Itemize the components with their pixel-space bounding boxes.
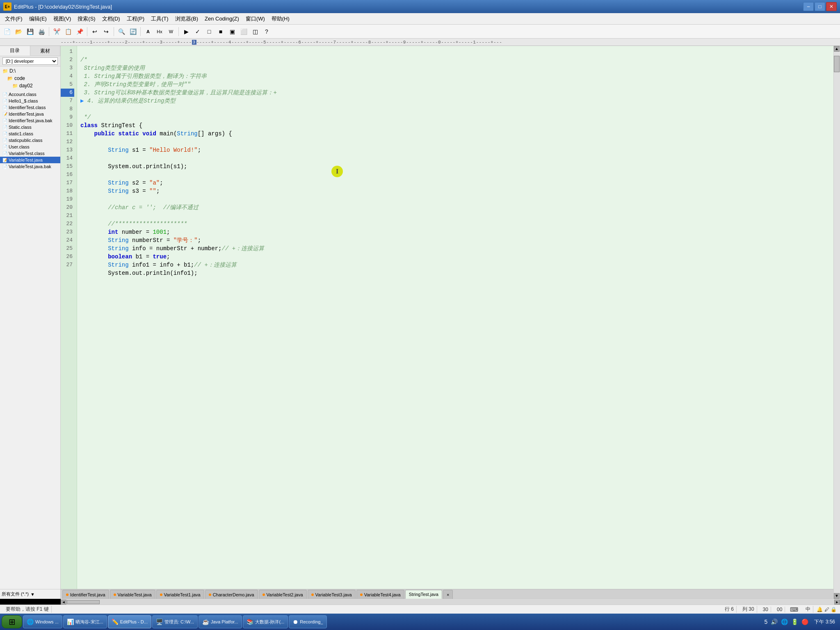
box2-btn[interactable]: ■ — [215, 26, 226, 37]
file-item[interactable]: 📄IdentifierTest.class — [0, 104, 60, 111]
cut-button[interactable]: ✂️ — [51, 26, 62, 37]
find-replace-button[interactable]: 🔄 — [128, 26, 138, 37]
scroll-up-button[interactable]: ▲ — [834, 46, 840, 52]
taskbar-recording-label: Recording_ — [300, 619, 323, 624]
tab-variabletest3[interactable]: VariableTest3.java — [308, 590, 356, 599]
format-btn2[interactable]: Hx — [154, 26, 165, 37]
tab-variabletest2[interactable]: VariableTest2.java — [259, 590, 307, 599]
tree-item-day02[interactable]: 📁 day02 — [1, 82, 59, 89]
file-item[interactable]: 📄VariableTest.class — [0, 150, 60, 157]
file-item[interactable]: 📄static1.class — [0, 130, 60, 137]
format-btn3[interactable]: W — [166, 26, 176, 37]
menu-window[interactable]: 窗口(W) — [242, 14, 268, 24]
menu-edit[interactable]: 编辑(E) — [26, 14, 50, 24]
scroll-left-button[interactable]: ◄ — [61, 600, 66, 605]
horizontal-scrollbar[interactable]: ◄ ► — [61, 599, 840, 605]
file-item[interactable]: 📄Hello1_$.class — [0, 98, 60, 104]
taskbar-bigdata[interactable]: 📚 大数据-孙洋(... — [243, 615, 288, 628]
new-button[interactable]: 📄 — [2, 26, 12, 37]
find-button[interactable]: 🔍 — [116, 26, 127, 37]
box5-btn[interactable]: ◫ — [250, 26, 260, 37]
tab-close[interactable]: × — [443, 590, 453, 599]
undo-button[interactable]: ↩ — [89, 26, 100, 37]
close-button[interactable]: ✕ — [826, 2, 837, 11]
help-toolbar-btn[interactable]: ? — [261, 26, 272, 37]
redo-button[interactable]: ↪ — [101, 26, 112, 37]
box-btn[interactable]: □ — [204, 26, 215, 37]
sidebar-tab-directory[interactable]: 目录 — [0, 46, 30, 56]
filter-dropdown-icon[interactable]: ▼ — [30, 592, 35, 597]
maximize-button[interactable]: □ — [815, 2, 825, 11]
menu-tools[interactable]: 工具(T) — [148, 14, 172, 24]
sidebar-tab-material[interactable]: 素材 — [30, 46, 61, 56]
tab-identifiertest[interactable]: IdentifierTest.java — [62, 590, 109, 599]
save-button[interactable]: 💾 — [25, 26, 35, 37]
taskbar-recording[interactable]: ⏺ Recording_ — [289, 615, 326, 628]
print-button[interactable]: 🖨️ — [36, 26, 47, 37]
taskbar-powerpoint[interactable]: 📊 晒淘谷-宋江... — [63, 615, 107, 628]
line-number: 13 — [61, 146, 74, 154]
code-editor[interactable]: 1 2 3 4 5 6 7 8 9 10 11 12 13 14 15 16 1 — [61, 46, 833, 599]
paste-button[interactable]: 📌 — [74, 26, 85, 37]
open-button[interactable]: 📂 — [13, 26, 24, 37]
tree-item-d[interactable]: 📁 D:\ — [1, 67, 59, 75]
minimize-button[interactable]: – — [803, 2, 814, 11]
run-button[interactable]: ▶ — [181, 26, 192, 37]
box4-btn[interactable]: ⬜ — [238, 26, 249, 37]
folder-icon: 📁 — [12, 83, 18, 89]
format-btn1[interactable]: A — [143, 26, 153, 37]
taskbar-cmd[interactable]: 🖥️ 管理员: C:\W... — [152, 615, 198, 628]
status-bar: 要帮助，请按 F1 键 行 6 列 30 30 00 ⌨ 中 🔔 🖊 🔒 — [0, 605, 840, 614]
directory-dropdown[interactable]: [D:] developer — [2, 57, 58, 65]
tray-red-icon[interactable]: 🔴 — [801, 618, 809, 626]
menu-browser[interactable]: 浏览器(B) — [172, 14, 201, 24]
file-item[interactable]: 📄staticpublic.class — [0, 137, 60, 144]
sidebar-tabs: 目录 素材 — [0, 46, 60, 56]
taskbar-editplus[interactable]: ✏️ EditPlus - D... — [108, 615, 151, 628]
tab-modified-dot — [311, 593, 314, 596]
tab-variabletest[interactable]: VariableTest.java — [110, 590, 155, 599]
tray-volume-icon[interactable]: 🔊 — [770, 618, 778, 626]
file-item[interactable]: 📄Account.class — [0, 91, 60, 98]
system-clock[interactable]: 下午 3:56 — [811, 619, 838, 625]
menu-document[interactable]: 文档(D) — [99, 14, 123, 24]
tab-characterdemo[interactable]: CharacterDemo.java — [205, 590, 258, 599]
line-number: 19 — [61, 195, 74, 203]
copy-button[interactable]: 📋 — [63, 26, 73, 37]
line-number: 14 — [61, 154, 74, 162]
file-item[interactable]: 📝IdentifierTest.java — [0, 111, 60, 117]
menu-view[interactable]: 视图(V) — [50, 14, 74, 24]
tab-variabletest1[interactable]: VariableTest1.java — [156, 590, 204, 599]
file-item[interactable]: 📄VariableTest.java.bak — [0, 163, 60, 170]
check-button[interactable]: ✓ — [192, 26, 203, 37]
directory-header: [D:] developer — [0, 56, 60, 66]
scroll-right-button[interactable]: ► — [834, 600, 840, 605]
file-item[interactable]: 📄User.class — [0, 144, 60, 150]
taskbar-windows[interactable]: 🌐 Windows ... — [23, 615, 62, 628]
taskbar-java[interactable]: ☕ Java Platfor... — [199, 615, 242, 628]
tab-variabletest4[interactable]: VariableTest4.java — [356, 590, 404, 599]
taskbar-editplus-label: EditPlus - D... — [120, 619, 148, 624]
file-item-selected[interactable]: 📝VariableTest.java — [0, 157, 60, 163]
hscroll-thumb[interactable] — [67, 600, 100, 604]
tree-item-code[interactable]: 📂 code — [1, 75, 59, 82]
file-icon: 📄 — [2, 151, 7, 156]
tab-stringtest[interactable]: StringTest.java — [405, 590, 442, 599]
menu-search[interactable]: 搜索(S) — [74, 14, 98, 24]
menu-help[interactable]: 帮助(H) — [268, 14, 293, 24]
vertical-scrollbar[interactable]: ▲ ▼ — [833, 46, 840, 599]
menu-zen[interactable]: Zen Coding(Z) — [201, 14, 242, 23]
tray-battery-icon[interactable]: 🔋 — [790, 618, 799, 626]
file-item[interactable]: 📄IdentifierTest.java.bak — [0, 117, 60, 124]
scroll-thumb[interactable] — [834, 56, 840, 72]
menu-file[interactable]: 文件(F) — [2, 14, 26, 24]
box3-btn[interactable]: ▣ — [227, 26, 237, 37]
cursor-indicator — [331, 166, 343, 177]
tray-network-icon[interactable]: 🌐 — [780, 618, 789, 626]
file-item[interactable]: 📄Static.class — [0, 124, 60, 130]
tray-icon-1[interactable]: 5 — [764, 618, 769, 626]
start-button[interactable]: ⊞ — [2, 615, 22, 628]
code-content[interactable]: /* String类型变量的使用 1. String属于引用数据类型，翻译为：字… — [77, 46, 833, 589]
menu-project[interactable]: 工程(P) — [123, 14, 148, 24]
scroll-down-button[interactable]: ▼ — [834, 593, 840, 599]
